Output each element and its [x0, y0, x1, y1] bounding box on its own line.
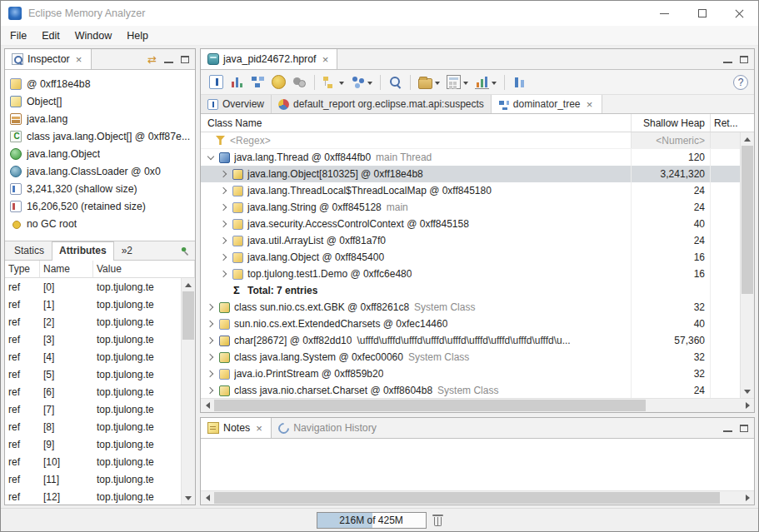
tree-row[interactable]: class sun.nio.cs.ext.GBK @ 0xff8261c8Sys…: [201, 299, 740, 316]
close-icon[interactable]: [254, 423, 264, 433]
scroll-up-icon[interactable]: [182, 278, 195, 291]
expand-icon[interactable]: [217, 201, 231, 214]
close-button[interactable]: [721, 1, 758, 26]
scrollbar-track[interactable]: [214, 491, 741, 505]
toolbar-thread-overview-button[interactable]: [290, 72, 309, 92]
tree-row[interactable]: java.util.ArrayList @ 0xff81a7f024: [201, 232, 740, 249]
table-row[interactable]: ref[7]top.tjulong.te: [5, 400, 181, 418]
tree-horizontal-scrollbar[interactable]: [201, 398, 754, 412]
scrollbar-track[interactable]: [214, 399, 741, 412]
expand-icon[interactable]: [217, 217, 231, 231]
toolbar-info-button[interactable]: [207, 72, 226, 92]
expand-icon[interactable]: [204, 351, 217, 364]
scrollbar-track[interactable]: [182, 291, 195, 491]
scroll-right-icon[interactable]: [741, 399, 754, 412]
inspector-item[interactable]: java.lang.ClassLoader @ 0x0: [5, 162, 195, 180]
column-header-value[interactable]: Value: [93, 261, 195, 277]
tree-row[interactable]: java.lang.Object @ 0xff84540016: [201, 249, 740, 266]
close-icon[interactable]: [320, 54, 330, 64]
scroll-right-icon[interactable]: [741, 491, 754, 505]
minimize-view-icon[interactable]: [723, 425, 732, 432]
tree-row[interactable]: sun.nio.cs.ext.ExtendedCharsets @ 0xfec1…: [201, 316, 740, 332]
notes-content[interactable]: [201, 439, 754, 490]
tree-row[interactable]: java.lang.String @ 0xff845128main24: [201, 199, 740, 216]
expand-icon[interactable]: [204, 334, 217, 347]
scroll-down-icon[interactable]: [741, 385, 754, 398]
tree-row[interactable]: class java.lang.System @ 0xfec00060Syste…: [201, 349, 740, 365]
scrollbar-track[interactable]: [741, 146, 754, 385]
scroll-up-icon[interactable]: [741, 132, 754, 146]
menu-file[interactable]: File: [2, 27, 34, 44]
inspector-item[interactable]: Object[]: [5, 92, 195, 110]
column-header-shallow-heap[interactable]: Shallow Heap: [631, 114, 710, 132]
inspector-item[interactable]: no GC root: [5, 215, 195, 232]
maximize-button[interactable]: [683, 1, 721, 26]
expand-icon[interactable]: [217, 251, 231, 264]
tree-row[interactable]: char[28672] @ 0xff82dd10\ufffd\ufffd\uff…: [201, 332, 740, 349]
numeric-filter[interactable]: <Numeric>: [631, 132, 710, 148]
column-header-retained-heap[interactable]: Ret...: [710, 114, 754, 132]
expand-icon[interactable]: [204, 384, 217, 397]
toolbar-group-by-button[interactable]: [348, 72, 375, 92]
link-with-snapshot-icon[interactable]: [147, 54, 157, 65]
tree-row[interactable]: top.tjulong.test1.Demo @ 0xffc6e48016: [201, 266, 740, 282]
toolbar-dominator-tree-button[interactable]: [248, 72, 267, 92]
tree-row[interactable]: java.io.PrintStream @ 0xff859b2032: [201, 365, 740, 382]
scrollbar-thumb[interactable]: [182, 291, 194, 340]
inspector-item[interactable]: @ 0xff18e4b8: [5, 75, 195, 92]
scrollbar-thumb[interactable]: [742, 146, 753, 294]
dropdown-arrow-icon[interactable]: [492, 82, 497, 87]
expand-icon[interactable]: [204, 317, 217, 331]
table-row[interactable]: ref[5]top.tjulong.te: [5, 365, 181, 383]
maximize-view-icon[interactable]: [740, 56, 748, 63]
dropdown-arrow-icon[interactable]: [463, 82, 468, 87]
tree-row[interactable]: java.security.AccessControlContext @ 0xf…: [201, 216, 740, 232]
table-row[interactable]: ref[8]top.tjulong.te: [5, 418, 181, 435]
tab-inspector[interactable]: Inspector: [5, 49, 92, 69]
toolbar-calculator-button[interactable]: [444, 72, 471, 92]
tree-vertical-scrollbar[interactable]: [740, 132, 754, 398]
inspector-item[interactable]: java.lang.Object: [5, 145, 195, 162]
table-row[interactable]: ref[2]top.tjulong.te: [5, 313, 181, 331]
scroll-left-icon[interactable]: [201, 399, 214, 412]
toolbar-heap-objects-button[interactable]: [320, 72, 347, 92]
table-row[interactable]: ref[0]top.tjulong.te: [5, 278, 181, 296]
tab-navigation-history[interactable]: Navigation History: [272, 418, 383, 438]
tab-attributes[interactable]: Attributes: [52, 241, 114, 261]
expand-icon[interactable]: [217, 184, 231, 197]
tab-notes[interactable]: Notes: [201, 418, 272, 438]
maximize-view-icon[interactable]: [181, 56, 189, 63]
tree-row[interactable]: java.lang.Object[810325] @ 0xff18e4b83,2…: [201, 166, 740, 182]
tree-row[interactable]: java.lang.ThreadLocal$ThreadLocalMap @ 0…: [201, 182, 740, 199]
menu-edit[interactable]: Edit: [34, 27, 67, 44]
expand-icon[interactable]: [204, 367, 217, 380]
toolbar-histogram-button[interactable]: [227, 72, 247, 92]
notes-horizontal-scrollbar[interactable]: [201, 490, 754, 505]
scrollbar-thumb[interactable]: [214, 492, 720, 504]
dropdown-arrow-icon[interactable]: [435, 82, 440, 87]
toolbar-search-button[interactable]: [386, 72, 405, 92]
numeric-filter-retained[interactable]: [710, 132, 740, 148]
table-row[interactable]: ref[9]top.tjulong.te: [5, 435, 181, 453]
tree-row[interactable]: java.lang.Thread @ 0xff844fb0main Thread…: [201, 149, 740, 166]
expand-icon[interactable]: [204, 301, 217, 314]
tab-heap-dump[interactable]: java_pid24672.hprof: [201, 49, 337, 69]
table-row[interactable]: ref[4]top.tjulong.te: [5, 348, 181, 365]
minimize-button[interactable]: [646, 1, 683, 26]
scroll-down-icon[interactable]: [182, 491, 195, 505]
toolbar-export-button[interactable]: [416, 72, 442, 92]
table-row[interactable]: ref[11]top.tjulong.te: [5, 470, 181, 488]
tree-row[interactable]: Total: 7 entries: [201, 282, 740, 299]
regex-filter[interactable]: <Regex>: [201, 132, 631, 148]
scroll-left-icon[interactable]: [201, 491, 214, 505]
inspector-item[interactable]: java.lang: [5, 110, 195, 127]
expand-icon[interactable]: [217, 234, 231, 247]
run-gc-button[interactable]: [432, 514, 443, 526]
dropdown-arrow-icon[interactable]: [367, 82, 372, 87]
table-row[interactable]: ref[10]top.tjulong.te: [5, 453, 181, 470]
close-icon[interactable]: [74, 54, 84, 64]
minimize-view-icon[interactable]: [164, 56, 173, 63]
tab-statics[interactable]: Statics: [7, 241, 52, 260]
inspector-item[interactable]: class java.lang.Object[] @ 0xff87e...: [5, 127, 195, 145]
inspector-item[interactable]: 16,206,520 (retained size): [5, 197, 195, 215]
